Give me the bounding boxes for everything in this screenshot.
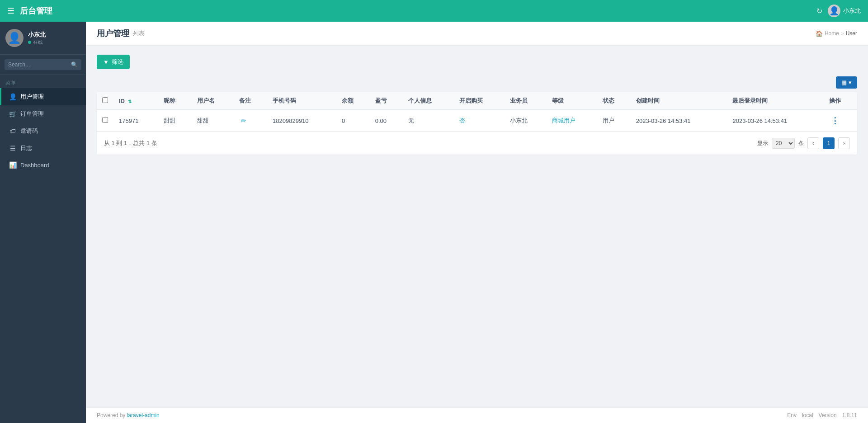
sidebar-item-label: 邀请码 — [20, 127, 38, 135]
hamburger-icon[interactable]: ☰ — [7, 6, 14, 16]
next-page-button[interactable]: › — [838, 137, 850, 149]
level-link[interactable]: 商城用户 — [552, 117, 576, 124]
page-title-wrap: 用户管理 列表 — [97, 28, 145, 39]
col-nickname: 昵称 — [158, 92, 192, 110]
header-checkbox-cell — [97, 92, 113, 110]
footer-right: Env local Version 1.8.11 — [787, 412, 857, 418]
cell-status: 用户 — [597, 110, 631, 132]
status-dot — [28, 41, 31, 44]
table-wrap: ID ⇅ 昵称 用户名 备注 手机号码 余额 盈亏 个人信息 开启购买 业务员 — [97, 92, 857, 155]
refresh-icon[interactable]: ↻ — [816, 7, 822, 15]
sidebar-item-label: 日志 — [20, 144, 32, 152]
dashboard-icon: 📊 — [9, 161, 17, 169]
sidebar-item-order-management[interactable]: 🛒 订单管理 — [0, 105, 86, 122]
open-purchase-link[interactable]: 否 — [459, 117, 465, 124]
row-checkbox-cell — [97, 110, 113, 132]
col-id: ID ⇅ — [113, 92, 158, 110]
breadcrumb-home-link[interactable]: Home — [825, 30, 839, 37]
col-salesperson: 业务员 — [505, 92, 547, 110]
note-edit-button[interactable]: ✏ — [239, 116, 248, 125]
filter-button[interactable]: ▼ 筛选 — [97, 55, 130, 69]
version-label: Version — [819, 412, 837, 418]
sidebar-search-container: 🔍 — [5, 59, 81, 70]
footer: Powered by laravel-admin Env local Versi… — [86, 407, 868, 423]
per-page-label: 条 — [798, 140, 804, 147]
page-header: 用户管理 列表 🏠 Home » User — [86, 22, 868, 46]
col-status: 状态 — [597, 92, 631, 110]
sidebar-user-status: 在线 — [28, 39, 46, 46]
sort-icon[interactable]: ⇅ — [128, 99, 132, 104]
breadcrumb-separator: » — [841, 30, 844, 37]
col-phone: 手机号码 — [267, 92, 336, 110]
row-checkbox[interactable] — [102, 117, 108, 123]
cell-username: 甜甜 — [192, 110, 234, 132]
sidebar-item-invite-code[interactable]: 🏷 邀请码 — [0, 122, 86, 140]
layout: 👤 小东北 在线 🔍 菜单 👤 用户管理 🛒 订单管理 — [0, 22, 868, 423]
prev-page-button[interactable]: ‹ — [807, 137, 819, 149]
filter-icon: ▼ — [103, 59, 109, 66]
pagination-wrap: 从 1 到 1，总共 1 条 显示 20 50 100 条 ‹ 1 › — [97, 132, 857, 155]
data-table: ID ⇅ 昵称 用户名 备注 手机号码 余额 盈亏 个人信息 开启购买 业务员 — [97, 92, 857, 132]
powered-by-text: Powered by — [97, 412, 127, 418]
cell-created-at: 2023-03-26 14:53:41 — [631, 110, 727, 132]
sidebar-item-user-management[interactable]: 👤 用户管理 — [0, 88, 86, 105]
cell-level: 商城用户 — [547, 110, 597, 132]
header-right: ↻ 👤 小东北 — [816, 5, 861, 17]
select-all-checkbox[interactable] — [102, 97, 108, 103]
header-left: ☰ 后台管理 — [7, 5, 52, 16]
header-user[interactable]: 👤 小东北 — [828, 5, 861, 17]
action-more-button[interactable]: ⋮ — [829, 115, 841, 127]
sidebar-user-info: 小东北 在线 — [28, 31, 46, 46]
cell-profit-loss: 0.00 — [370, 110, 403, 132]
page-subtitle: 列表 — [133, 29, 145, 38]
col-level: 等级 — [547, 92, 597, 110]
page-size-select[interactable]: 20 50 100 — [772, 138, 795, 149]
col-username: 用户名 — [192, 92, 234, 110]
sidebar-user-profile: 👤 小东北 在线 — [0, 22, 86, 55]
filter-bar: ▼ 筛选 — [97, 55, 857, 69]
cell-personal-info: 无 — [403, 110, 453, 132]
page-title: 用户管理 — [97, 28, 129, 39]
order-management-icon: 🛒 — [9, 110, 17, 118]
laravel-admin-link[interactable]: laravel-admin — [127, 412, 160, 418]
cell-id: 175971 — [113, 110, 158, 132]
col-created-at: 创建时间 — [631, 92, 727, 110]
footer-left: Powered by laravel-admin — [97, 412, 160, 418]
col-actions: 操作 — [824, 92, 857, 110]
header-avatar: 👤 — [828, 5, 840, 17]
sidebar-search-wrap: 🔍 — [0, 55, 86, 75]
col-open-purchase: 开启购买 — [454, 92, 505, 110]
sidebar-item-label: Dashboard — [20, 162, 49, 169]
column-toggle-button[interactable]: ▦ ▾ — [836, 76, 857, 89]
sidebar-user-name: 小东北 — [28, 31, 46, 39]
cell-note: ✏ — [234, 110, 267, 132]
breadcrumb-current: User — [846, 30, 857, 37]
sidebar-item-label: 订单管理 — [20, 110, 44, 118]
cell-salesperson: 小东北 — [505, 110, 547, 132]
sidebar-item-dashboard[interactable]: 📊 Dashboard — [0, 157, 86, 173]
version-value: 1.8.11 — [842, 412, 857, 418]
search-icon: 🔍 — [71, 61, 78, 68]
pagination-summary: 从 1 到 1，总共 1 条 — [104, 139, 157, 147]
cell-balance: 0 — [336, 110, 370, 132]
cell-last-login: 2023-03-26 14:53:41 — [727, 110, 824, 132]
env-label: Env — [787, 412, 797, 418]
display-label: 显示 — [757, 140, 768, 147]
search-input[interactable] — [8, 61, 71, 68]
sidebar-item-label: 用户管理 — [20, 93, 44, 101]
col-balance: 余额 — [336, 92, 370, 110]
table-row: 175971 甜甜 甜甜 ✏ 18209829910 0 0.00 无 否 — [97, 110, 857, 132]
cell-nickname: 甜甜 — [158, 110, 192, 132]
table-toolbar: ▦ ▾ — [97, 76, 857, 89]
home-icon: 🏠 — [816, 30, 823, 37]
invite-code-icon: 🏷 — [9, 127, 17, 135]
sidebar: 👤 小东北 在线 🔍 菜单 👤 用户管理 🛒 订单管理 — [0, 22, 86, 423]
main-content: 用户管理 列表 🏠 Home » User ▼ 筛选 ▦ ▾ — [86, 22, 868, 423]
sidebar-avatar: 👤 — [5, 29, 24, 47]
top-header: ☰ 后台管理 ↻ 👤 小东北 — [0, 0, 868, 22]
col-profit-loss: 盈亏 — [370, 92, 403, 110]
current-page-button[interactable]: 1 — [823, 137, 835, 149]
breadcrumb: 🏠 Home » User — [816, 30, 857, 37]
sidebar-menu-label: 菜单 — [0, 75, 86, 88]
sidebar-item-log[interactable]: ☰ 日志 — [0, 140, 86, 157]
